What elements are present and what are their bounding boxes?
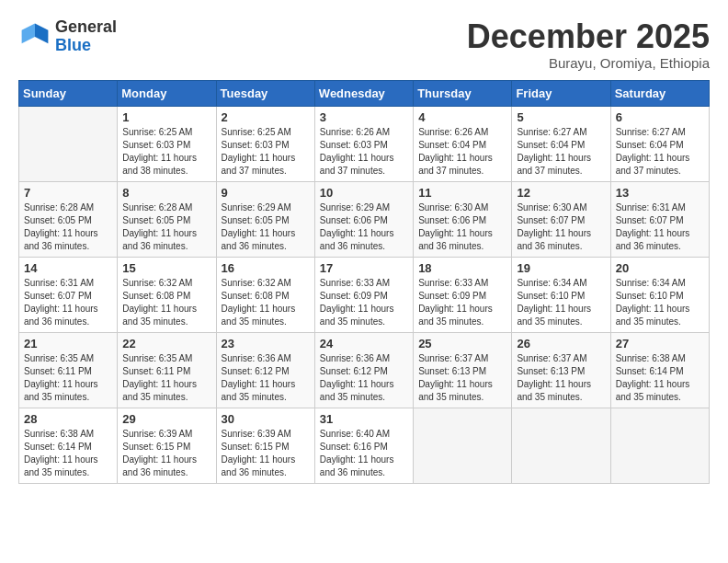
- title-block: December 2025 Burayu, Oromiya, Ethiopia: [467, 18, 710, 71]
- day-info: Sunrise: 6:36 AM Sunset: 6:12 PM Dayligh…: [222, 352, 310, 404]
- calendar-day-cell: [414, 408, 512, 483]
- day-info: Sunrise: 6:39 AM Sunset: 6:15 PM Dayligh…: [122, 428, 210, 479]
- day-number: 2: [222, 110, 310, 124]
- day-number: 28: [24, 412, 112, 426]
- calendar-day-cell: 26Sunrise: 6:37 AM Sunset: 6:13 PM Dayli…: [512, 332, 610, 408]
- day-info: Sunrise: 6:37 AM Sunset: 6:13 PM Dayligh…: [418, 352, 506, 404]
- day-number: 11: [418, 186, 506, 200]
- weekday-header: Thursday: [414, 80, 512, 106]
- weekday-header: Tuesday: [216, 80, 314, 106]
- day-number: 6: [616, 110, 704, 124]
- day-number: 24: [320, 337, 408, 350]
- day-number: 5: [517, 110, 605, 124]
- day-number: 7: [24, 186, 112, 200]
- day-number: 14: [24, 261, 112, 275]
- day-number: 22: [122, 337, 210, 350]
- day-number: 31: [320, 412, 408, 426]
- calendar-day-cell: [19, 106, 118, 181]
- day-info: Sunrise: 6:27 AM Sunset: 6:04 PM Dayligh…: [517, 126, 605, 178]
- day-number: 18: [418, 261, 506, 275]
- calendar-day-cell: 4Sunrise: 6:26 AM Sunset: 6:04 PM Daylig…: [414, 106, 512, 181]
- weekday-header: Friday: [512, 80, 610, 106]
- calendar-day-cell: 24Sunrise: 6:36 AM Sunset: 6:12 PM Dayli…: [314, 332, 413, 408]
- calendar-day-cell: 25Sunrise: 6:37 AM Sunset: 6:13 PM Dayli…: [414, 332, 512, 408]
- day-info: Sunrise: 6:33 AM Sunset: 6:09 PM Dayligh…: [418, 277, 506, 328]
- calendar-day-cell: 14Sunrise: 6:31 AM Sunset: 6:07 PM Dayli…: [19, 257, 118, 332]
- calendar-day-cell: [512, 408, 610, 483]
- day-number: 4: [418, 110, 506, 124]
- day-info: Sunrise: 6:30 AM Sunset: 6:06 PM Dayligh…: [418, 201, 506, 253]
- day-number: 30: [222, 412, 310, 426]
- day-number: 27: [616, 337, 704, 350]
- weekday-header: Monday: [118, 80, 216, 106]
- calendar-day-cell: 20Sunrise: 6:34 AM Sunset: 6:10 PM Dayli…: [610, 257, 709, 332]
- calendar-day-cell: 19Sunrise: 6:34 AM Sunset: 6:10 PM Dayli…: [512, 257, 610, 332]
- day-info: Sunrise: 6:25 AM Sunset: 6:03 PM Dayligh…: [222, 126, 310, 178]
- calendar-day-cell: 1Sunrise: 6:25 AM Sunset: 6:03 PM Daylig…: [118, 106, 216, 181]
- day-number: 3: [320, 110, 408, 124]
- calendar-week-row: 7Sunrise: 6:28 AM Sunset: 6:05 PM Daylig…: [19, 181, 710, 257]
- day-number: 26: [517, 337, 605, 350]
- calendar-day-cell: 31Sunrise: 6:40 AM Sunset: 6:16 PM Dayli…: [314, 408, 413, 483]
- day-info: Sunrise: 6:35 AM Sunset: 6:11 PM Dayligh…: [122, 352, 210, 404]
- day-number: 21: [24, 337, 112, 350]
- day-info: Sunrise: 6:35 AM Sunset: 6:11 PM Dayligh…: [24, 352, 112, 404]
- logo-text: General Blue: [55, 18, 117, 55]
- calendar-day-cell: [610, 408, 709, 483]
- day-info: Sunrise: 6:26 AM Sunset: 6:03 PM Dayligh…: [320, 126, 408, 178]
- calendar-day-cell: 18Sunrise: 6:33 AM Sunset: 6:09 PM Dayli…: [414, 257, 512, 332]
- day-info: Sunrise: 6:29 AM Sunset: 6:06 PM Dayligh…: [320, 201, 408, 253]
- weekday-header: Saturday: [610, 80, 709, 106]
- day-number: 10: [320, 186, 408, 200]
- day-number: 23: [222, 337, 310, 350]
- weekday-header: Wednesday: [314, 80, 413, 106]
- day-info: Sunrise: 6:33 AM Sunset: 6:09 PM Dayligh…: [320, 277, 408, 328]
- day-number: 25: [418, 337, 506, 350]
- calendar-day-cell: 10Sunrise: 6:29 AM Sunset: 6:06 PM Dayli…: [314, 181, 413, 257]
- day-number: 20: [616, 261, 704, 275]
- calendar-day-cell: 11Sunrise: 6:30 AM Sunset: 6:06 PM Dayli…: [414, 181, 512, 257]
- day-info: Sunrise: 6:38 AM Sunset: 6:14 PM Dayligh…: [24, 428, 112, 479]
- calendar-day-cell: 12Sunrise: 6:30 AM Sunset: 6:07 PM Dayli…: [512, 181, 610, 257]
- calendar-day-cell: 29Sunrise: 6:39 AM Sunset: 6:15 PM Dayli…: [118, 408, 216, 483]
- calendar-table: SundayMondayTuesdayWednesdayThursdayFrid…: [18, 80, 710, 484]
- calendar-day-cell: 6Sunrise: 6:27 AM Sunset: 6:04 PM Daylig…: [610, 106, 709, 181]
- day-info: Sunrise: 6:34 AM Sunset: 6:10 PM Dayligh…: [616, 277, 704, 328]
- day-number: 29: [122, 412, 210, 426]
- day-number: 16: [222, 261, 310, 275]
- calendar-day-cell: 22Sunrise: 6:35 AM Sunset: 6:11 PM Dayli…: [118, 332, 216, 408]
- page-header: General Blue December 2025 Burayu, Oromi…: [18, 18, 710, 71]
- day-info: Sunrise: 6:39 AM Sunset: 6:15 PM Dayligh…: [222, 428, 310, 479]
- calendar-day-cell: 3Sunrise: 6:26 AM Sunset: 6:03 PM Daylig…: [314, 106, 413, 181]
- day-number: 15: [122, 261, 210, 275]
- calendar-day-cell: 30Sunrise: 6:39 AM Sunset: 6:15 PM Dayli…: [216, 408, 314, 483]
- calendar-header-row: SundayMondayTuesdayWednesdayThursdayFrid…: [19, 80, 710, 106]
- calendar-day-cell: 28Sunrise: 6:38 AM Sunset: 6:14 PM Dayli…: [19, 408, 118, 483]
- day-info: Sunrise: 6:27 AM Sunset: 6:04 PM Dayligh…: [616, 126, 704, 178]
- day-info: Sunrise: 6:31 AM Sunset: 6:07 PM Dayligh…: [24, 277, 112, 328]
- day-info: Sunrise: 6:40 AM Sunset: 6:16 PM Dayligh…: [320, 428, 408, 479]
- day-info: Sunrise: 6:30 AM Sunset: 6:07 PM Dayligh…: [517, 201, 605, 253]
- day-number: 8: [122, 186, 210, 200]
- calendar-day-cell: 23Sunrise: 6:36 AM Sunset: 6:12 PM Dayli…: [216, 332, 314, 408]
- calendar-day-cell: 2Sunrise: 6:25 AM Sunset: 6:03 PM Daylig…: [216, 106, 314, 181]
- day-info: Sunrise: 6:28 AM Sunset: 6:05 PM Dayligh…: [122, 201, 210, 253]
- day-number: 17: [320, 261, 408, 275]
- calendar-day-cell: 7Sunrise: 6:28 AM Sunset: 6:05 PM Daylig…: [19, 181, 118, 257]
- logo-icon: [18, 20, 51, 53]
- calendar-week-row: 14Sunrise: 6:31 AM Sunset: 6:07 PM Dayli…: [19, 257, 710, 332]
- calendar-day-cell: 13Sunrise: 6:31 AM Sunset: 6:07 PM Dayli…: [610, 181, 709, 257]
- calendar-day-cell: 16Sunrise: 6:32 AM Sunset: 6:08 PM Dayli…: [216, 257, 314, 332]
- calendar-day-cell: 21Sunrise: 6:35 AM Sunset: 6:11 PM Dayli…: [19, 332, 118, 408]
- day-number: 12: [517, 186, 605, 200]
- day-number: 19: [517, 261, 605, 275]
- calendar-day-cell: 9Sunrise: 6:29 AM Sunset: 6:05 PM Daylig…: [216, 181, 314, 257]
- day-info: Sunrise: 6:25 AM Sunset: 6:03 PM Dayligh…: [122, 126, 210, 178]
- calendar-day-cell: 15Sunrise: 6:32 AM Sunset: 6:08 PM Dayli…: [118, 257, 216, 332]
- day-info: Sunrise: 6:34 AM Sunset: 6:10 PM Dayligh…: [517, 277, 605, 328]
- day-number: 1: [122, 110, 210, 124]
- calendar-day-cell: 17Sunrise: 6:33 AM Sunset: 6:09 PM Dayli…: [314, 257, 413, 332]
- day-info: Sunrise: 6:26 AM Sunset: 6:04 PM Dayligh…: [418, 126, 506, 178]
- day-number: 9: [222, 186, 310, 200]
- month-title: December 2025: [467, 18, 710, 55]
